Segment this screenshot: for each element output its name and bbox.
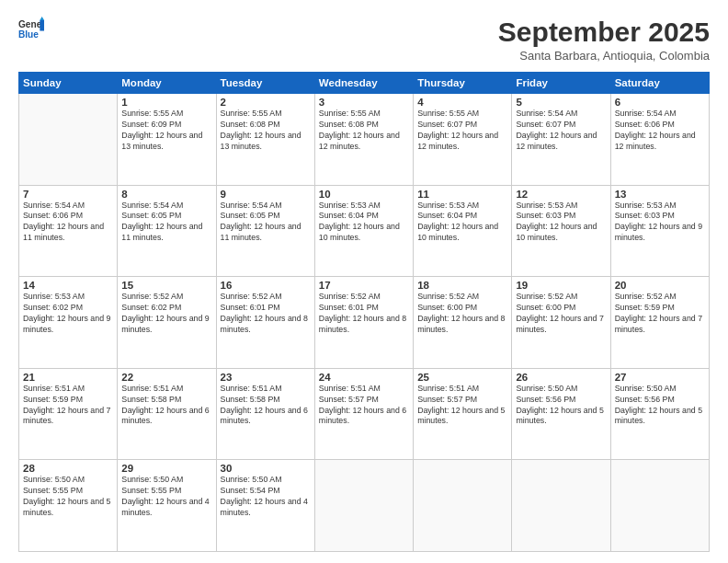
calendar-cell: 15Sunrise: 5:52 AM Sunset: 6:02 PM Dayli…	[118, 277, 216, 369]
cell-info: Sunrise: 5:50 AM Sunset: 5:56 PM Dayligh…	[615, 384, 705, 428]
calendar-cell: 11Sunrise: 5:53 AM Sunset: 6:04 PM Dayli…	[414, 185, 512, 277]
cell-info: Sunrise: 5:52 AM Sunset: 6:00 PM Dayligh…	[417, 292, 507, 336]
cell-info: Sunrise: 5:53 AM Sunset: 6:03 PM Dayligh…	[516, 201, 606, 245]
day-number: 15	[121, 280, 211, 291]
day-header: Friday	[512, 73, 610, 94]
day-number: 3	[319, 97, 409, 108]
month-title: September 2025	[498, 17, 710, 47]
day-number: 4	[417, 97, 507, 108]
svg-marker-2	[40, 20, 44, 31]
day-number: 14	[23, 280, 113, 291]
calendar-cell: 25Sunrise: 5:51 AM Sunset: 5:57 PM Dayli…	[414, 368, 512, 460]
day-header: Monday	[118, 73, 216, 94]
calendar-cell: 26Sunrise: 5:50 AM Sunset: 5:56 PM Dayli…	[512, 368, 610, 460]
calendar-cell: 10Sunrise: 5:53 AM Sunset: 6:04 PM Dayli…	[314, 185, 413, 277]
calendar-cell: 30Sunrise: 5:50 AM Sunset: 5:54 PM Dayli…	[216, 460, 314, 552]
calendar-cell	[19, 94, 118, 186]
calendar-cell: 3Sunrise: 5:55 AM Sunset: 6:08 PM Daylig…	[314, 94, 413, 186]
calendar-cell: 23Sunrise: 5:51 AM Sunset: 5:58 PM Dayli…	[216, 368, 314, 460]
day-number: 28	[23, 463, 113, 474]
cell-info: Sunrise: 5:53 AM Sunset: 6:03 PM Dayligh…	[615, 201, 705, 245]
day-number: 1	[121, 97, 211, 108]
cell-info: Sunrise: 5:51 AM Sunset: 5:58 PM Dayligh…	[221, 384, 311, 428]
cell-info: Sunrise: 5:51 AM Sunset: 5:57 PM Dayligh…	[319, 384, 409, 428]
day-header: Wednesday	[314, 73, 413, 94]
day-number: 27	[615, 372, 705, 383]
cell-info: Sunrise: 5:53 AM Sunset: 6:04 PM Dayligh…	[417, 201, 507, 245]
location: Santa Barbara, Antioquia, Colombia	[498, 49, 710, 63]
calendar-week-row: 1Sunrise: 5:55 AM Sunset: 6:09 PM Daylig…	[19, 94, 710, 186]
day-number: 10	[319, 189, 409, 200]
cell-info: Sunrise: 5:50 AM Sunset: 5:55 PM Dayligh…	[23, 475, 113, 519]
cell-info: Sunrise: 5:53 AM Sunset: 6:04 PM Dayligh…	[319, 201, 409, 245]
calendar-cell: 5Sunrise: 5:54 AM Sunset: 6:07 PM Daylig…	[512, 94, 610, 186]
cell-info: Sunrise: 5:53 AM Sunset: 6:02 PM Dayligh…	[23, 292, 113, 336]
day-number: 13	[615, 189, 705, 200]
calendar-cell: 1Sunrise: 5:55 AM Sunset: 6:09 PM Daylig…	[118, 94, 216, 186]
title-block: September 2025 Santa Barbara, Antioquia,…	[498, 17, 710, 63]
calendar-cell	[314, 460, 413, 552]
day-header: Thursday	[414, 73, 512, 94]
calendar-cell: 16Sunrise: 5:52 AM Sunset: 6:01 PM Dayli…	[216, 277, 314, 369]
calendar-header-row: SundayMondayTuesdayWednesdayThursdayFrid…	[19, 73, 710, 94]
day-number: 7	[23, 189, 113, 200]
calendar-week-row: 7Sunrise: 5:54 AM Sunset: 6:06 PM Daylig…	[19, 185, 710, 277]
cell-info: Sunrise: 5:52 AM Sunset: 5:59 PM Dayligh…	[615, 292, 705, 336]
page: General Blue September 2025 Santa Barbar…	[0, 0, 728, 563]
day-number: 19	[516, 280, 606, 291]
cell-info: Sunrise: 5:54 AM Sunset: 6:07 PM Dayligh…	[516, 109, 606, 153]
calendar-cell: 19Sunrise: 5:52 AM Sunset: 6:00 PM Dayli…	[512, 277, 610, 369]
logo: General Blue	[18, 17, 44, 42]
day-number: 18	[417, 280, 507, 291]
day-number: 8	[121, 189, 211, 200]
calendar-cell: 4Sunrise: 5:55 AM Sunset: 6:07 PM Daylig…	[414, 94, 512, 186]
calendar-cell	[610, 460, 709, 552]
day-number: 26	[516, 372, 606, 383]
day-number: 24	[319, 372, 409, 383]
calendar-cell: 29Sunrise: 5:50 AM Sunset: 5:55 PM Dayli…	[118, 460, 216, 552]
calendar-cell: 21Sunrise: 5:51 AM Sunset: 5:59 PM Dayli…	[19, 368, 118, 460]
calendar-cell: 9Sunrise: 5:54 AM Sunset: 6:05 PM Daylig…	[216, 185, 314, 277]
day-number: 29	[121, 463, 211, 474]
day-number: 25	[417, 372, 507, 383]
cell-info: Sunrise: 5:50 AM Sunset: 5:56 PM Dayligh…	[516, 384, 606, 428]
cell-info: Sunrise: 5:54 AM Sunset: 6:05 PM Dayligh…	[121, 201, 211, 245]
cell-info: Sunrise: 5:51 AM Sunset: 5:57 PM Dayligh…	[417, 384, 507, 428]
day-number: 6	[615, 97, 705, 108]
svg-text:Blue: Blue	[18, 29, 39, 40]
calendar-cell: 14Sunrise: 5:53 AM Sunset: 6:02 PM Dayli…	[19, 277, 118, 369]
calendar-week-row: 21Sunrise: 5:51 AM Sunset: 5:59 PM Dayli…	[19, 368, 710, 460]
cell-info: Sunrise: 5:55 AM Sunset: 6:09 PM Dayligh…	[121, 109, 211, 153]
cell-info: Sunrise: 5:55 AM Sunset: 6:07 PM Dayligh…	[417, 109, 507, 153]
cell-info: Sunrise: 5:54 AM Sunset: 6:06 PM Dayligh…	[615, 109, 705, 153]
cell-info: Sunrise: 5:51 AM Sunset: 5:58 PM Dayligh…	[121, 384, 211, 428]
calendar-cell: 20Sunrise: 5:52 AM Sunset: 5:59 PM Dayli…	[610, 277, 709, 369]
day-header: Sunday	[19, 73, 118, 94]
calendar-cell: 13Sunrise: 5:53 AM Sunset: 6:03 PM Dayli…	[610, 185, 709, 277]
cell-info: Sunrise: 5:55 AM Sunset: 6:08 PM Dayligh…	[221, 109, 311, 153]
calendar-week-row: 14Sunrise: 5:53 AM Sunset: 6:02 PM Dayli…	[19, 277, 710, 369]
day-header: Tuesday	[216, 73, 314, 94]
calendar-cell	[512, 460, 610, 552]
logo-icon: General Blue	[18, 17, 44, 42]
day-number: 20	[615, 280, 705, 291]
day-number: 5	[516, 97, 606, 108]
calendar-cell: 27Sunrise: 5:50 AM Sunset: 5:56 PM Dayli…	[610, 368, 709, 460]
calendar-cell: 12Sunrise: 5:53 AM Sunset: 6:03 PM Dayli…	[512, 185, 610, 277]
cell-info: Sunrise: 5:54 AM Sunset: 6:05 PM Dayligh…	[221, 201, 311, 245]
calendar-cell: 22Sunrise: 5:51 AM Sunset: 5:58 PM Dayli…	[118, 368, 216, 460]
cell-info: Sunrise: 5:55 AM Sunset: 6:08 PM Dayligh…	[319, 109, 409, 153]
day-number: 16	[221, 280, 311, 291]
calendar-cell: 18Sunrise: 5:52 AM Sunset: 6:00 PM Dayli…	[414, 277, 512, 369]
cell-info: Sunrise: 5:50 AM Sunset: 5:54 PM Dayligh…	[221, 475, 311, 519]
svg-marker-3	[40, 17, 44, 20]
day-number: 17	[319, 280, 409, 291]
day-number: 11	[417, 189, 507, 200]
day-number: 12	[516, 189, 606, 200]
calendar-cell: 17Sunrise: 5:52 AM Sunset: 6:01 PM Dayli…	[314, 277, 413, 369]
calendar-cell: 2Sunrise: 5:55 AM Sunset: 6:08 PM Daylig…	[216, 94, 314, 186]
day-header: Saturday	[610, 73, 709, 94]
calendar-body: 1Sunrise: 5:55 AM Sunset: 6:09 PM Daylig…	[19, 94, 710, 552]
header: General Blue September 2025 Santa Barbar…	[18, 17, 710, 63]
cell-info: Sunrise: 5:54 AM Sunset: 6:06 PM Dayligh…	[23, 201, 113, 245]
